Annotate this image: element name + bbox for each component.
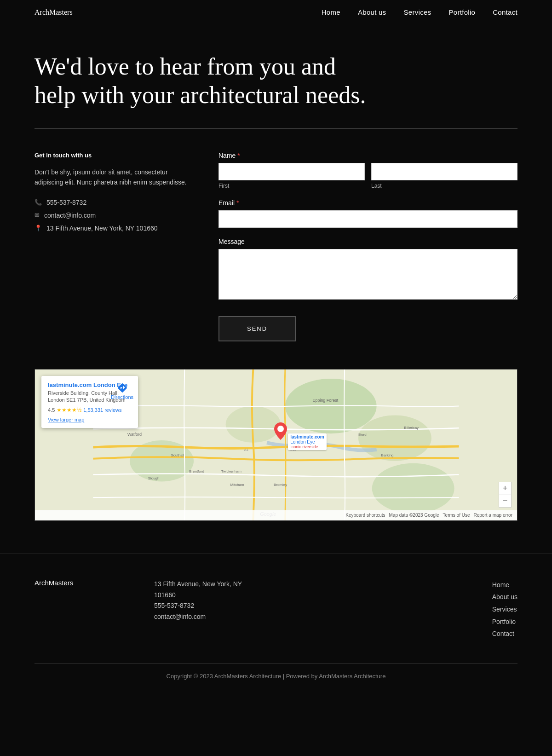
svg-point-5	[372, 463, 454, 514]
footer-nav: Home About us Services Portfolio Contact	[492, 579, 518, 640]
map-bottom-bar: Keyboard shortcuts Map data ©2023 Google…	[35, 510, 517, 520]
message-group: Message	[218, 238, 518, 301]
svg-text:A1: A1	[244, 448, 248, 452]
footer-phone: 555-537-8732	[154, 602, 194, 609]
popup-rating: 4.5 ★★★★½ 1,53,331 reviews	[48, 407, 132, 413]
nav-about[interactable]: About us	[358, 8, 386, 16]
last-label: Last	[371, 183, 518, 189]
name-group: Name * First Last	[218, 152, 518, 189]
map-popup: lastminute.com London Eye Riverside Buil…	[41, 376, 138, 428]
nav-portfolio[interactable]: Portfolio	[448, 8, 475, 16]
rating-stars: ★★★★½	[57, 407, 81, 413]
contact-section: Get in touch with us Don't be shy, ipsum…	[0, 129, 552, 369]
map-data-label: Map data ©2023 Google	[389, 513, 439, 518]
report-link[interactable]: Report a map error	[474, 513, 512, 518]
map-background: Watford Slough Epping Forest Ilford Bark…	[35, 369, 517, 520]
name-row: First Last	[218, 163, 518, 189]
last-name-field: Last	[371, 163, 518, 189]
svg-text:Epping Forest: Epping Forest	[313, 398, 339, 402]
message-label: Message	[218, 238, 518, 245]
hero-section: We'd love to hear from you and help with…	[0, 25, 552, 128]
svg-text:Twickenham: Twickenham	[221, 469, 242, 473]
zoom-in-button[interactable]: +	[499, 482, 512, 495]
contact-info-body: Don't be shy, ipsum dolor sit amet, cons…	[34, 167, 191, 188]
contact-phone: 📞 555-537-8732	[34, 199, 191, 206]
email-input[interactable]	[218, 210, 518, 228]
email-icon: ✉	[34, 212, 40, 219]
footer-link-portfolio[interactable]: Portfolio	[492, 616, 518, 628]
footer-copyright: Copyright © 2023 ArchMasters Architectur…	[34, 663, 518, 680]
email-required: *	[236, 199, 239, 207]
first-name-input[interactable]	[218, 163, 365, 180]
nav-services[interactable]: Services	[404, 8, 431, 16]
navbar: ArchMasters Home About us Services Portf…	[0, 0, 552, 25]
popup-larger-map[interactable]: View larger map	[48, 417, 132, 422]
contact-email: ✉ contact@info.com	[34, 212, 191, 219]
terms-link[interactable]: Terms of Use	[443, 513, 470, 518]
svg-text:Bromley: Bromley	[274, 483, 287, 487]
contact-info-panel: Get in touch with us Don't be shy, ipsum…	[34, 152, 191, 341]
directions-icon	[117, 382, 128, 393]
last-name-input[interactable]	[371, 163, 518, 180]
zoom-out-button[interactable]: −	[499, 495, 512, 508]
footer-address-line1: 13 Fifth Avenue, New York, NY	[154, 580, 242, 588]
first-label: First	[218, 183, 365, 189]
svg-text:Ilford: Ilford	[358, 433, 367, 437]
directions-label: Directions	[111, 394, 133, 400]
hero-heading: We'd love to hear from you and help with…	[34, 52, 380, 110]
send-button[interactable]: SEND	[218, 316, 296, 341]
directions-button[interactable]: Directions	[111, 382, 133, 400]
svg-text:Watford: Watford	[127, 432, 142, 437]
nav-contact[interactable]: Contact	[493, 8, 518, 16]
svg-text:Brentford: Brentford	[189, 469, 204, 473]
contact-form: Name * First Last Email * Me	[218, 152, 518, 341]
svg-point-2	[358, 415, 431, 461]
popup-reviews: 1,53,331 reviews	[83, 407, 121, 413]
footer-link-home[interactable]: Home	[492, 579, 518, 591]
location-icon: 📍	[34, 225, 42, 231]
svg-text:Southall: Southall	[171, 453, 184, 457]
name-required: *	[237, 152, 240, 159]
footer-address: 13 Fifth Avenue, New York, NY 101660 555…	[154, 579, 465, 640]
footer-link-contact[interactable]: Contact	[492, 628, 518, 640]
nav-home[interactable]: Home	[322, 8, 340, 16]
keyboard-shortcuts[interactable]: Keyboard shortcuts	[345, 513, 385, 518]
map-pin	[274, 422, 287, 442]
footer-content: ArchMasters 13 Fifth Avenue, New York, N…	[34, 579, 518, 640]
map-container[interactable]: Watford Slough Epping Forest Ilford Bark…	[34, 369, 518, 521]
footer-link-services[interactable]: Services	[492, 603, 518, 616]
footer-logo: ArchMasters	[34, 579, 126, 640]
footer-address-line2: 101660	[154, 591, 176, 599]
footer-link-about[interactable]: About us	[492, 591, 518, 603]
map-pin-label: lastminute.com London Eye Iconic riversi…	[288, 433, 326, 450]
map-section: Watford Slough Epping Forest Ilford Bark…	[0, 369, 552, 553]
rating-value: 4.5	[48, 407, 55, 413]
email-label: Email *	[218, 199, 518, 207]
first-name-field: First	[218, 163, 365, 189]
message-input[interactable]	[218, 249, 518, 300]
contact-address: 📍 13 Fifth Avenue, New York, NY 101660	[34, 225, 191, 232]
footer: ArchMasters 13 Fifth Avenue, New York, N…	[0, 553, 552, 693]
svg-text:Slough: Slough	[148, 476, 160, 480]
nav-links: Home About us Services Portfolio Contact	[322, 8, 518, 17]
nav-logo[interactable]: ArchMasters	[34, 8, 73, 17]
contact-info-heading: Get in touch with us	[34, 152, 191, 159]
map-controls: + −	[499, 482, 512, 508]
name-label: Name *	[218, 152, 518, 159]
email-group: Email *	[218, 199, 518, 228]
svg-point-20	[277, 426, 284, 432]
svg-text:Billericay: Billericay	[404, 426, 419, 430]
svg-text:Mitcham: Mitcham	[230, 483, 244, 487]
svg-text:Barking: Barking	[381, 453, 394, 457]
phone-icon: 📞	[34, 199, 42, 206]
footer-email: contact@info.com	[154, 613, 206, 620]
